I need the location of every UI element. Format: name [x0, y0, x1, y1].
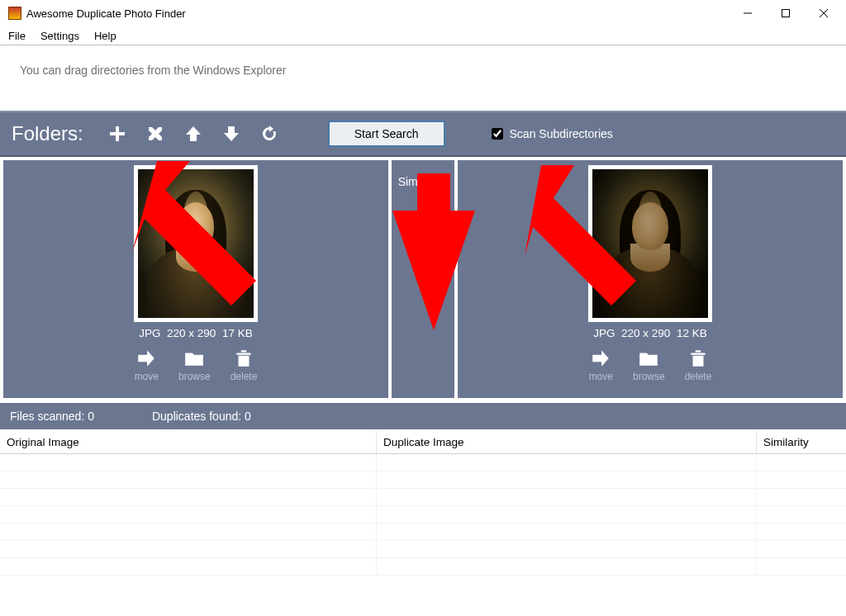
col-duplicate[interactable]: Duplicate Image — [377, 431, 757, 453]
files-scanned: Files scanned: 0 — [10, 410, 94, 423]
original-thumbnail[interactable] — [134, 165, 258, 322]
original-delete-button[interactable]: delete — [231, 348, 258, 382]
menu-settings[interactable]: Settings — [40, 30, 79, 42]
minimize-button[interactable] — [729, 1, 767, 26]
table-row — [0, 541, 846, 558]
preview-area: JPG 220 x 290 17 KB move browse delete S… — [0, 157, 846, 401]
status-bar: Files scanned: 0 Duplicates found: 0 — [0, 401, 846, 429]
svg-rect-1 — [782, 10, 790, 17]
swap-button[interactable] — [411, 224, 435, 261]
duplicates-found: Duplicates found: 0 — [152, 410, 251, 423]
table-row — [0, 489, 846, 506]
start-search-button[interactable]: Start Search — [328, 121, 445, 147]
add-folder-button[interactable] — [105, 121, 130, 146]
menu-bar: File Settings Help — [0, 26, 846, 45]
results-header: Original Image Duplicate Image Similarit… — [0, 431, 846, 454]
move-up-button[interactable] — [181, 121, 206, 146]
col-similarity[interactable]: Similarity — [757, 431, 846, 453]
original-meta: JPG 220 x 290 17 KB — [139, 327, 252, 339]
app-icon — [8, 7, 21, 20]
duplicate-delete-button[interactable]: delete — [685, 348, 712, 382]
reset-button[interactable] — [257, 121, 282, 146]
maximize-button[interactable] — [767, 1, 805, 26]
scan-subdirectories-checkbox[interactable] — [492, 128, 503, 140]
results-table: Original Image Duplicate Image Similarit… — [0, 429, 846, 576]
original-panel: JPG 220 x 290 17 KB move browse delete — [3, 160, 388, 398]
duplicate-meta: JPG 220 x 290 12 KB — [593, 327, 706, 339]
duplicate-panel: JPG 220 x 290 12 KB move browse delete — [458, 160, 843, 398]
drag-hint: You can drag directories from the Window… — [0, 45, 846, 111]
title-bar: Awesome Duplicate Photo Finder — [0, 0, 846, 26]
scan-subdirectories-label: Scan Subdirectories — [510, 127, 613, 140]
table-row — [0, 454, 846, 471]
menu-file[interactable]: File — [8, 30, 26, 42]
window-title: Awesome Duplicate Photo Finder — [26, 7, 186, 20]
duplicate-move-button[interactable]: move — [589, 348, 613, 382]
table-row — [0, 471, 846, 489]
move-down-button[interactable] — [219, 121, 244, 146]
original-browse-button[interactable]: browse — [178, 348, 211, 382]
folders-label: Folders: — [12, 122, 83, 145]
duplicate-browse-button[interactable]: browse — [633, 348, 665, 382]
table-row — [0, 506, 846, 524]
similarity-value: 5 — [417, 193, 429, 219]
close-button[interactable] — [805, 1, 843, 26]
original-move-button[interactable]: move — [135, 348, 159, 382]
duplicate-thumbnail[interactable] — [588, 165, 712, 322]
table-row — [0, 524, 846, 541]
similarity-strip: Similarity: 5 — [392, 160, 454, 398]
results-body[interactable] — [0, 454, 846, 576]
remove-folder-button[interactable] — [143, 121, 168, 146]
folders-toolbar: Folders: Start Search Scan Subdirectorie… — [0, 111, 846, 157]
table-row — [0, 558, 846, 576]
scan-subdirectories-option[interactable]: Scan Subdirectories — [492, 127, 613, 140]
similarity-label: Similarity: — [398, 175, 449, 188]
col-original[interactable]: Original Image — [0, 431, 377, 453]
menu-help[interactable]: Help — [94, 30, 116, 42]
